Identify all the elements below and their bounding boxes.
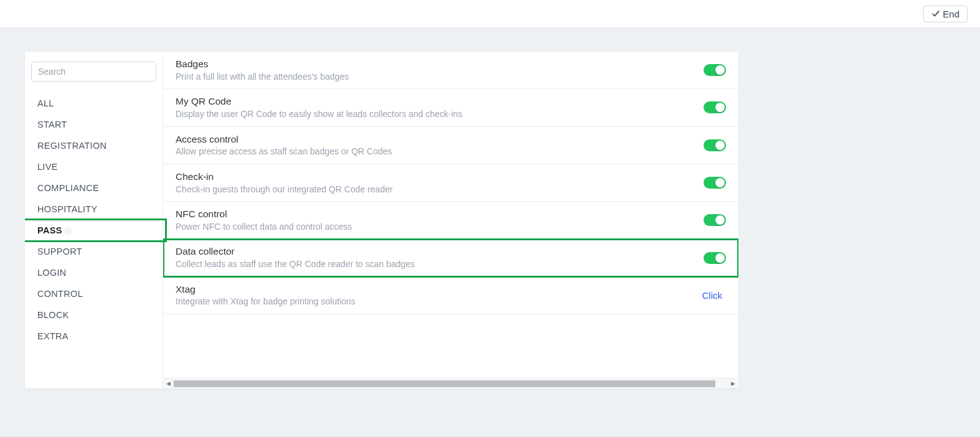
feature-description: Allow precise access as staff scan badge… [176, 146, 704, 158]
sidebar-item-label: EXTRA [37, 331, 68, 341]
feature-text: Check-inCheck-in guests through our inte… [176, 170, 704, 195]
sidebar-item-label: LIVE [37, 162, 58, 172]
sidebar-item-label: ALL [37, 98, 54, 108]
feature-list: BadgesPrint a full list with all the att… [163, 52, 738, 378]
feature-text: Data collectorCollect leads as staff use… [176, 245, 704, 270]
feature-title: NFC control [176, 207, 704, 221]
feature-toggle[interactable] [704, 64, 726, 76]
feature-description: Print a full list with all the attendees… [176, 71, 704, 83]
scroll-left-arrow[interactable]: ◀ [163, 378, 174, 389]
sidebar-item-login[interactable]: LOGIN [31, 262, 156, 283]
sidebar-item-hospitality[interactable]: HOSPITALITY [31, 199, 156, 220]
horizontal-scrollbar[interactable]: ◀ ▶ [163, 378, 738, 388]
feature-text: NFC controlPower NFC to collect data and… [176, 207, 704, 233]
end-button-label: End [943, 9, 959, 19]
check-icon [931, 9, 940, 18]
scrollbar-track-inner [174, 380, 728, 387]
feature-title: Xtag [176, 283, 702, 296]
feature-description: Collect leads as staff use the QR Code r… [176, 258, 704, 271]
sidebar-item-all[interactable]: ALL [31, 93, 156, 114]
feature-text: Access controlAllow precise access as st… [176, 133, 704, 158]
sidebar-item-label: REGISTRATION [37, 141, 106, 151]
sidebar-item-label: CONTROL [37, 289, 83, 299]
sidebar-item-label: HOSPITALITY [37, 204, 98, 214]
sidebar-item-badge [64, 227, 72, 235]
sidebar-item-label: LOGIN [37, 268, 67, 278]
feature-title: Check-in [176, 170, 704, 184]
feature-row-xtag: XtagIntegrate with Xtag for badge printi… [163, 277, 738, 314]
sidebar-item-support[interactable]: SUPPORT [31, 241, 156, 262]
sidebar-item-label: COMPLIANCE [37, 183, 99, 193]
sidebar-item-registration[interactable]: REGISTRATION [31, 135, 156, 156]
sidebar-item-label: BLOCK [37, 310, 69, 320]
search-input[interactable] [31, 62, 156, 82]
feature-toggle[interactable] [704, 252, 726, 264]
feature-row-data-collector: Data collectorCollect leads as staff use… [163, 239, 738, 276]
feature-title: Badges [176, 57, 704, 71]
sidebar: ALLSTARTREGISTRATIONLIVECOMPLIANCEHOSPIT… [25, 52, 163, 388]
sidebar-item-label: START [37, 120, 67, 129]
feature-description: Display the user QR Code to easily show … [176, 108, 704, 121]
page-background: ALLSTARTREGISTRATIONLIVECOMPLIANCEHOSPIT… [0, 28, 980, 437]
sidebar-item-control[interactable]: CONTROL [31, 283, 156, 304]
scroll-right-arrow[interactable]: ▶ [728, 378, 738, 389]
feature-click-link[interactable]: Click [702, 290, 723, 301]
sidebar-item-start[interactable]: START [31, 114, 156, 135]
feature-description: Power NFC to collect data and control ac… [176, 221, 704, 233]
end-button[interactable]: End [923, 6, 968, 22]
feature-toggle[interactable] [704, 139, 726, 151]
sidebar-item-pass[interactable]: PASS [25, 220, 166, 241]
topbar: End [0, 0, 980, 28]
feature-text: XtagIntegrate with Xtag for badge printi… [176, 283, 702, 308]
sidebar-item-live[interactable]: LIVE [31, 156, 156, 177]
feature-toggle[interactable] [704, 214, 726, 226]
feature-title: My QR Code [176, 95, 704, 108]
sidebar-item-block[interactable]: BLOCK [31, 304, 156, 326]
feature-row-nfc-control: NFC controlPower NFC to collect data and… [163, 202, 738, 239]
feature-row-my-qr-code: My QR CodeDisplay the user QR Code to ea… [163, 89, 738, 126]
feature-text: My QR CodeDisplay the user QR Code to ea… [176, 95, 704, 120]
feature-row-access-control: Access controlAllow precise access as st… [163, 127, 738, 164]
scrollbar-thumb[interactable] [174, 380, 715, 387]
feature-row-check-in: Check-inCheck-in guests through our inte… [163, 164, 738, 202]
settings-card: ALLSTARTREGISTRATIONLIVECOMPLIANCEHOSPIT… [25, 52, 738, 388]
feature-description: Integrate with Xtag for badge printing s… [176, 296, 702, 308]
feature-row-badges: BadgesPrint a full list with all the att… [163, 52, 738, 89]
feature-text: BadgesPrint a full list with all the att… [176, 57, 704, 83]
sidebar-item-compliance[interactable]: COMPLIANCE [31, 177, 156, 199]
nav-list: ALLSTARTREGISTRATIONLIVECOMPLIANCEHOSPIT… [31, 93, 156, 347]
feature-toggle[interactable] [704, 101, 726, 113]
content-panel: BadgesPrint a full list with all the att… [163, 52, 738, 388]
feature-toggle[interactable] [704, 177, 726, 189]
feature-title: Data collector [176, 245, 704, 258]
sidebar-item-label: PASS [37, 225, 62, 235]
sidebar-item-label: SUPPORT [37, 247, 82, 256]
feature-title: Access control [176, 133, 704, 146]
sidebar-item-extra[interactable]: EXTRA [31, 326, 156, 347]
feature-description: Check-in guests through our integrated Q… [176, 184, 704, 196]
